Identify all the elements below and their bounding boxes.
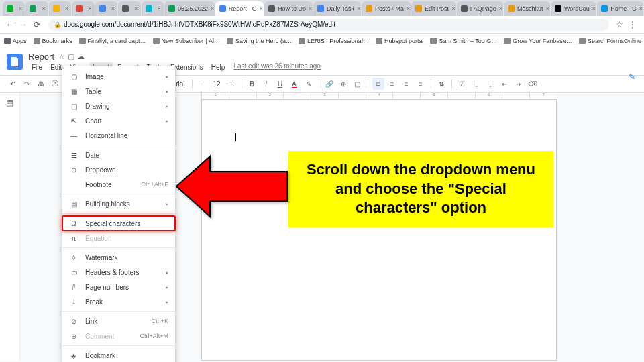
browser-tab[interactable]: 05.25.2022× [164,1,215,16]
menu-item-chart[interactable]: ⇱Chart▸ [62,113,175,128]
browser-tab[interactable]: Report - G× [215,1,264,16]
close-icon[interactable]: × [42,5,45,12]
menu-item-table[interactable]: ▦Table▸ [62,84,175,99]
last-edit-link[interactable]: Last edit was 26 minutes ago [233,62,321,72]
menu-item-image[interactable]: ▢Image▸ [62,69,175,84]
comment-button[interactable]: ⊕ [337,78,350,90]
bookmark-item[interactable]: Sam Smith – Too G… [430,38,497,44]
text-color-button[interactable]: A [288,78,301,90]
close-icon[interactable]: × [309,5,312,12]
print-button[interactable]: 🖶 [35,78,47,90]
cloud-icon[interactable]: ☁ [77,52,85,61]
close-icon[interactable]: × [211,5,214,12]
reload-button[interactable]: ⟳ [31,19,43,31]
close-icon[interactable]: × [19,5,22,12]
bullet-list-button[interactable]: ⋮ [470,78,482,90]
menu-item-bookmark[interactable]: ◈Bookmark [62,348,175,362]
browser-tab[interactable]: Maschitut× [504,1,550,16]
docs-logo-icon[interactable] [7,54,23,70]
close-icon[interactable]: × [260,5,263,12]
menu-item-headers-footers[interactable]: ▭Headers & footers▸ [62,265,175,280]
bookmark-item[interactable]: Hubspot portal [376,38,424,44]
move-icon[interactable]: ▢ [68,52,74,61]
close-icon[interactable]: × [407,5,410,12]
redo-button[interactable]: ↷ [21,78,33,90]
browser-tab[interactable]: × [49,1,71,16]
close-icon[interactable]: × [88,5,91,12]
menu-item-drawing[interactable]: ◫Drawing▸ [62,99,175,113]
editing-mode-button[interactable]: ✎ [625,70,639,84]
browser-tab[interactable]: Daily Task× [313,1,361,16]
undo-button[interactable]: ↶ [7,78,19,90]
link-button[interactable]: 🔗 [323,78,335,90]
bookmark-item[interactable]: SearchFormsOnline [579,38,641,44]
bookmark-item[interactable]: New Subscriber | Al… [153,38,220,44]
menu-item-link[interactable]: ⊘LinkCtrl+K [62,314,175,328]
checklist-button[interactable]: ☑ [456,78,468,90]
document-title[interactable]: Report [28,52,54,62]
clear-format-button[interactable]: ⌫ [527,78,539,90]
outline-toggle-icon[interactable]: ▤ [3,98,17,111]
close-icon[interactable]: × [65,5,68,12]
spellcheck-button[interactable]: Ⓐ [49,78,61,90]
line-spacing-button[interactable]: ⇅ [435,78,447,90]
star-icon[interactable]: ☆ [58,52,65,61]
browser-tab[interactable]: WordCou× [551,1,596,16]
number-list-button[interactable]: ⋮ [484,78,496,90]
align-center-button[interactable]: ≡ [386,78,398,90]
menu-file[interactable]: File [28,62,46,72]
apps-button[interactable]: Apps [4,38,27,44]
close-icon[interactable]: × [592,5,596,12]
increase-indent-button[interactable]: ⇥ [513,78,525,90]
menu-item-footnote[interactable]: FootnoteCtrl+Alt+F [62,177,175,192]
bookmark-item[interactable]: LERIS | Professional… [299,38,369,44]
browser-tab[interactable]: How to Do× [264,1,313,16]
bookmark-item[interactable]: Grow Your Fanbase… [504,38,572,44]
image-button[interactable]: ▢ [352,78,364,90]
menu-item-horizontal-line[interactable]: —Horizontal line [62,128,175,143]
browser-tab[interactable]: × [118,1,140,16]
browser-tab[interactable]: FAQPage× [457,1,503,16]
menu-item-building-blocks[interactable]: ▤Building blocks▸ [62,196,175,211]
menu-item-special-characters[interactable]: ΩSpecial characters [62,216,175,231]
close-icon[interactable]: × [111,5,115,12]
menu-item-dropdown[interactable]: ⊙Dropdown [62,162,175,177]
browser-tab[interactable]: × [72,1,94,16]
url-input[interactable]: 🔒 docs.google.com/document/d/1iHBJnhtVDT… [48,19,609,31]
browser-tab[interactable]: Posts ‹ Ma× [362,1,411,16]
browser-tab[interactable]: Home - C× [597,1,643,16]
decrease-font-button[interactable]: − [197,78,209,90]
italic-button[interactable]: I [260,78,272,90]
browser-tab[interactable]: × [25,1,48,16]
menu-item-watermark[interactable]: ◊Watermark [62,250,175,265]
close-icon[interactable]: × [546,5,549,12]
menu-item-page-numbers[interactable]: #Page numbers▸ [62,280,175,294]
close-icon[interactable]: × [158,5,161,12]
bookmark-item[interactable]: Bookmarks [34,38,72,44]
back-button[interactable]: ← [4,19,16,31]
font-size-input[interactable]: 12 [211,80,223,88]
document-page[interactable] [201,99,557,361]
close-icon[interactable]: × [451,5,455,12]
align-right-button[interactable]: ≡ [400,78,413,90]
browser-tab[interactable]: Edit Post× [411,1,456,16]
close-icon[interactable]: × [499,5,502,12]
browser-tab[interactable]: × [95,1,117,16]
menu-item-date[interactable]: ☰Date [62,147,175,162]
browser-tab[interactable]: × [142,1,164,16]
decrease-indent-button[interactable]: ⇤ [498,78,511,90]
menu-item-break[interactable]: ⤓Break▸ [62,294,175,309]
close-icon[interactable]: × [639,5,643,12]
highlight-button[interactable]: ✎ [303,78,315,90]
increase-font-button[interactable]: + [225,78,237,90]
bookmark-item[interactable]: Finally!, a card capt… [79,38,146,44]
browser-tab[interactable]: × [3,1,25,16]
star-button[interactable]: ☆ [613,19,625,31]
menu-button[interactable]: ⋮ [627,19,639,31]
close-icon[interactable]: × [134,5,138,12]
bookmark-item[interactable]: Saving the Hero (a… [227,38,292,44]
close-icon[interactable]: × [357,5,360,12]
bold-button[interactable]: B [246,78,258,90]
menu-help[interactable]: Help [208,62,229,72]
align-left-button[interactable]: ≡ [372,78,384,90]
